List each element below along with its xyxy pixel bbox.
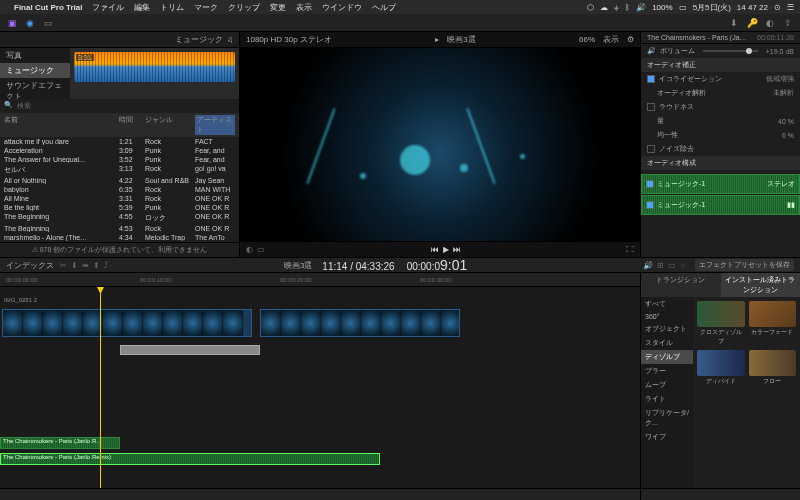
sidebar-item-sfx[interactable]: サウンドエフェクト: [0, 78, 70, 99]
col-genre[interactable]: ジャンル: [145, 115, 195, 135]
overwrite-icon[interactable]: ⬆: [93, 261, 100, 270]
col-name[interactable]: 名前: [4, 115, 119, 135]
app-name[interactable]: Final Cut Pro Trial: [14, 3, 82, 12]
settings-icon[interactable]: ⚙: [627, 35, 634, 44]
fx-cat-style[interactable]: スタイル: [641, 336, 693, 350]
viewer-project[interactable]: 映画3選: [447, 34, 475, 45]
fx-item-colorfade[interactable]: カラーフェード: [749, 301, 797, 346]
col-artist[interactable]: アーティスト: [195, 115, 235, 135]
viewer-canvas[interactable]: [240, 48, 640, 241]
connect-icon[interactable]: ⤴: [104, 261, 108, 270]
menu-mark[interactable]: マーク: [194, 2, 218, 13]
preset-save-button[interactable]: エフェクトプリセットを保存: [695, 259, 794, 271]
col-time[interactable]: 時間: [119, 115, 145, 135]
menu-view[interactable]: 表示: [296, 2, 312, 13]
fx-cat-wipe[interactable]: ワイプ: [641, 430, 693, 444]
timeline-ruler[interactable]: 00:00:00:00 00:00:10:00 00:00:20:00 00:0…: [0, 273, 640, 287]
audio-skim-icon[interactable]: 🔊: [643, 261, 653, 270]
track-row[interactable]: All Mine3:31RockONE OK R: [0, 194, 239, 203]
spotlight-icon[interactable]: ⊙: [774, 3, 781, 12]
sidebar-item-music[interactable]: ミュージック: [0, 63, 70, 78]
fx-item-flow[interactable]: フロー: [749, 350, 797, 386]
audio-track-2[interactable]: The Chainsmokers - Paris (Jarilo Remix): [0, 453, 380, 465]
track-row[interactable]: The Beginning4:55ロックONE OK R: [0, 212, 239, 224]
sidebar-item-photos[interactable]: 写真: [0, 48, 70, 63]
cloud-icon[interactable]: ☁: [600, 3, 608, 12]
track-row[interactable]: The Beginning4:53RockONE OK R: [0, 224, 239, 233]
titles-icon[interactable]: ▭: [42, 17, 54, 29]
fx-tab-installed[interactable]: インストール済みトランジション: [721, 273, 801, 297]
fx-tab-transitions[interactable]: トランジション: [641, 273, 721, 297]
menu-edit[interactable]: 編集: [134, 2, 150, 13]
viewer-display-menu[interactable]: 表示: [603, 34, 619, 45]
time-label[interactable]: 14 47 22: [737, 3, 768, 12]
video-clip-2[interactable]: [260, 309, 460, 337]
title-clip[interactable]: [120, 345, 260, 355]
waveform-preview[interactable]: 3:31: [70, 48, 239, 99]
index-button[interactable]: インデックス: [6, 260, 54, 271]
browser-tab-label[interactable]: ミュージック: [175, 34, 223, 45]
volume-icon[interactable]: 🔊: [636, 3, 646, 12]
track-row[interactable]: The Answer for Unequal...3:52PunkFear, a…: [0, 155, 239, 164]
effects-icon[interactable]: ▭: [257, 245, 265, 254]
bg-tasks-icon[interactable]: ◐: [764, 17, 776, 29]
menu-modify[interactable]: 変更: [270, 2, 286, 13]
skim-icon[interactable]: ▭: [668, 261, 676, 270]
fx-item-divide[interactable]: ディバイド: [697, 350, 745, 386]
insert-icon[interactable]: ⬇: [71, 261, 78, 270]
search-input[interactable]: 検索: [17, 101, 235, 111]
dropbox-icon[interactable]: ⬡: [587, 3, 594, 12]
menu-help[interactable]: ヘルプ: [372, 2, 396, 13]
timeline[interactable]: 00:00:00:00 00:00:10:00 00:00:20:00 00:0…: [0, 273, 640, 500]
fx-cat-move[interactable]: ムーブ: [641, 378, 693, 392]
menu-file[interactable]: ファイル: [92, 2, 124, 13]
trim-icon[interactable]: ✂: [60, 261, 67, 270]
skip-back-icon[interactable]: ⏮: [431, 245, 439, 254]
fx-cat-blur[interactable]: ブラー: [641, 364, 693, 378]
menu-clip[interactable]: クリップ: [228, 2, 260, 13]
fx-cat-object[interactable]: オブジェクト: [641, 322, 693, 336]
play-icon[interactable]: ▶: [443, 245, 449, 254]
volume-slider[interactable]: [703, 50, 758, 52]
track-row[interactable]: Acceleration3:09PunkFear, and: [0, 146, 239, 155]
wifi-icon[interactable]: ⏚: [614, 3, 619, 12]
track-row[interactable]: attack me if you dare1:21RockFACT: [0, 137, 239, 146]
fx-cat-dissolve[interactable]: ディゾルブ: [641, 350, 693, 364]
track-row[interactable]: セルバ3:13Rockgo! go! va: [0, 164, 239, 176]
video-clip-1[interactable]: [2, 309, 252, 337]
battery-percent[interactable]: 100%: [652, 3, 672, 12]
photo-sound-icon[interactable]: ◉: [24, 17, 36, 29]
audio-track-1[interactable]: The Chainsmokers - Paris (Jarilo R...: [0, 437, 120, 449]
menu-window[interactable]: ウインドウ: [322, 2, 362, 13]
keyword-icon[interactable]: 🔑: [746, 17, 758, 29]
date-label[interactable]: 5月5日(火): [693, 2, 731, 13]
notification-icon[interactable]: ☰: [787, 3, 794, 12]
noise-checkbox[interactable]: [647, 145, 655, 153]
eq-value[interactable]: 低域増強: [766, 74, 794, 84]
import-icon[interactable]: ⬇: [728, 17, 740, 29]
fx-cat-light[interactable]: ライト: [641, 392, 693, 406]
lane1-mode[interactable]: ステレオ: [767, 179, 795, 189]
bluetooth-icon[interactable]: ᛒ: [625, 3, 630, 12]
retiming-icon[interactable]: ◐: [246, 245, 253, 254]
audio-lane-2[interactable]: ミュージック-1 ▮▮: [641, 195, 800, 215]
fx-cat-360[interactable]: 360°: [641, 311, 693, 322]
track-row[interactable]: marshmello - Alone (The...4:34Melodic Tr…: [0, 233, 239, 242]
eq-checkbox[interactable]: [647, 75, 655, 83]
snap-icon[interactable]: ⊞: [657, 261, 664, 270]
fx-cat-all[interactable]: すべて: [641, 297, 693, 311]
fullscreen-icon[interactable]: ⛶: [626, 245, 634, 254]
playhead[interactable]: [100, 287, 101, 488]
append-icon[interactable]: ➡: [82, 261, 89, 270]
track-row[interactable]: Be the light5:39PunkONE OK R: [0, 203, 239, 212]
viewer-zoom[interactable]: 66%: [579, 35, 595, 44]
share-icon[interactable]: ⇪: [782, 17, 794, 29]
library-icon[interactable]: ▣: [6, 17, 18, 29]
audio-lane-1[interactable]: ミュージック-1 ステレオ: [641, 174, 800, 194]
track-row[interactable]: All or Nothing4:22Soul and R&BJay Sean: [0, 176, 239, 185]
skip-fwd-icon[interactable]: ⏭: [453, 245, 461, 254]
timeline-body[interactable]: IMG_0281 2 The Chainsmokers - Paris (Jar…: [0, 287, 640, 488]
track-row[interactable]: babylon6:35RockMAN WITH: [0, 185, 239, 194]
menu-trim[interactable]: トリム: [160, 2, 184, 13]
fx-item-crossdissolve[interactable]: クロスディゾルブ: [697, 301, 745, 346]
